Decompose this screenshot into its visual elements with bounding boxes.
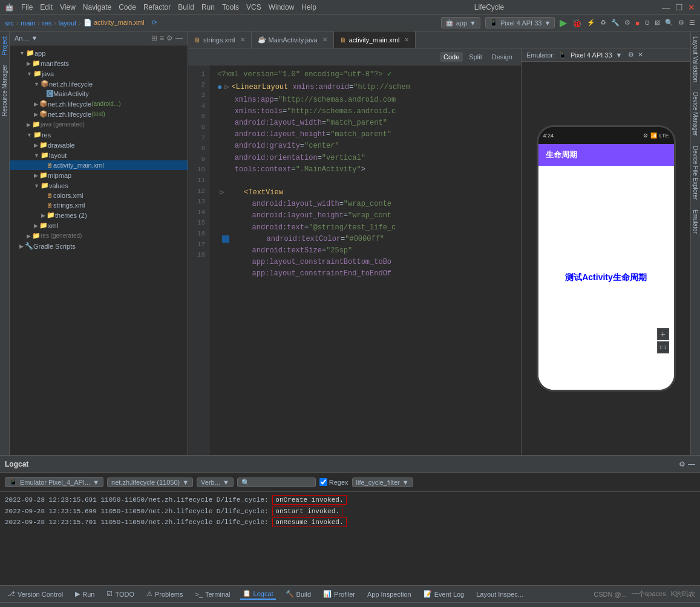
panel-icon-3[interactable]: ⚙ bbox=[166, 34, 173, 42]
search-btn[interactable]: 🔍 bbox=[665, 19, 673, 27]
menu-edit[interactable]: Edit bbox=[40, 3, 53, 11]
bottom-tab-layout-inspect[interactable]: Layout Inspec... bbox=[474, 589, 526, 599]
side-tab-resource-manager[interactable]: Resource Manager bbox=[0, 60, 9, 121]
code-editor[interactable]: 12345 678910 1112131415 161718 <?xml ver… bbox=[188, 65, 521, 455]
logcat-package-filter[interactable]: net.zh.lifecycle (11050) ▼ bbox=[107, 477, 193, 487]
logcat-title: Logcat bbox=[5, 460, 28, 468]
menu-view[interactable]: View bbox=[60, 3, 76, 11]
editor-emulator-row: Code Split Design 12345 678910 111213141… bbox=[188, 48, 690, 455]
menu-run[interactable]: Run bbox=[201, 3, 215, 11]
tree-item-themes[interactable]: ▶ 📁 themes (2) bbox=[10, 210, 188, 220]
view-design-btn[interactable]: Design bbox=[488, 52, 516, 62]
tab-strings-xml[interactable]: 🗎 strings.xml ✕ bbox=[188, 31, 252, 48]
tree-item-package-test[interactable]: ▶ 📦 net.zh.lifecycle (test) bbox=[10, 109, 188, 119]
device-dropdown[interactable]: 📱 Pixel 4 API 33 ▼ bbox=[485, 17, 555, 28]
bottom-tab-version-control[interactable]: ⎇ Version Control bbox=[5, 589, 65, 599]
emulator-settings-icon[interactable]: ⚙ bbox=[628, 51, 634, 59]
logcat-device-filter[interactable]: 📱 Emulator Pixel_4_API... ▼ bbox=[5, 477, 103, 487]
path-layout[interactable]: layout bbox=[59, 19, 76, 27]
menu-file[interactable]: File bbox=[21, 3, 33, 11]
toolbar-icon-5[interactable]: ⊙ bbox=[644, 19, 650, 27]
bottom-tab-run[interactable]: ▶ Run bbox=[73, 589, 97, 599]
tab-activity-main-xml[interactable]: 🗎 activity_main.xml ✕ bbox=[334, 31, 416, 48]
panel-icon-1[interactable]: ⊞ bbox=[151, 34, 157, 42]
maximize-btn[interactable]: ☐ bbox=[675, 2, 683, 12]
bottom-tab-todo[interactable]: ☑ TODO bbox=[104, 589, 137, 599]
project-panel-dropdown[interactable]: An… ▼ bbox=[15, 34, 38, 42]
app-dropdown[interactable]: 🤖 app ▼ bbox=[441, 17, 480, 28]
toolbar-icon-6[interactable]: ⊠ bbox=[655, 19, 660, 27]
tree-item-java[interactable]: ▼ 📁 java bbox=[10, 68, 188, 79]
side-tab-device-file-explorer[interactable]: Device File Explorer bbox=[691, 141, 700, 205]
bottom-tab-event-log[interactable]: 📝 Event Log bbox=[421, 589, 467, 599]
tree-item-mipmap[interactable]: ▶ 📁 mipmap bbox=[10, 170, 188, 180]
debug-btn[interactable]: 🐞 bbox=[572, 18, 582, 28]
menu-code[interactable]: Code bbox=[119, 3, 136, 11]
side-tab-project[interactable]: Project bbox=[0, 31, 9, 60]
logcat-search-input[interactable] bbox=[237, 477, 316, 487]
tree-item-package-main[interactable]: ▼ 📦 net.zh.lifecycle bbox=[10, 79, 188, 89]
bottom-tab-profiler[interactable]: 📊 Profiler bbox=[321, 589, 358, 599]
tree-item-values[interactable]: ▼ 📁 values bbox=[10, 180, 188, 191]
menu-help[interactable]: Help bbox=[301, 3, 316, 11]
emulator-device-dropdown[interactable]: ▼ bbox=[616, 51, 623, 59]
tree-item-gradle[interactable]: ▶ 🔧 Gradle Scripts bbox=[10, 241, 188, 251]
menu-build[interactable]: Build bbox=[178, 3, 194, 11]
settings-btn[interactable]: ⚙ bbox=[678, 19, 684, 27]
run-btn[interactable]: ▶ bbox=[560, 17, 567, 28]
view-split-btn[interactable]: Split bbox=[465, 52, 485, 62]
panel-icon-2[interactable]: ≡ bbox=[160, 34, 164, 42]
path-src[interactable]: src bbox=[5, 19, 14, 27]
tree-item-activity-main-xml[interactable]: ▶ 🗎 activity_main.xml bbox=[10, 160, 188, 170]
tree-item-package-android[interactable]: ▶ 📦 net.zh.lifecycle (android...) bbox=[10, 99, 188, 109]
toolbar-icon-1[interactable]: ⚡ bbox=[587, 19, 595, 27]
menu-tools[interactable]: Tools bbox=[222, 3, 239, 11]
tree-item-java-generated[interactable]: ▶ 📁 java (generated) bbox=[10, 119, 188, 130]
logcat-level-filter[interactable]: Verb... ▼ bbox=[197, 477, 234, 487]
menu-window[interactable]: Window bbox=[269, 3, 295, 11]
menu-vcs[interactable]: VCS bbox=[246, 3, 261, 11]
bottom-tab-terminal[interactable]: >_ Terminal bbox=[192, 589, 232, 599]
logcat-settings-icon[interactable]: ⚙ bbox=[679, 460, 685, 468]
menu-navigate[interactable]: Navigate bbox=[83, 3, 111, 11]
view-code-btn[interactable]: Code bbox=[440, 52, 463, 62]
log-line-3: 2022-09-28 12:23:15.701 11050-11050/net.… bbox=[5, 517, 695, 528]
toolbar-icon-4[interactable]: ⚙ bbox=[624, 19, 630, 27]
code-content[interactable]: <?xml version="1.0" encoding="utf-8"?> ✓… bbox=[210, 65, 521, 455]
layout-btn[interactable]: ☰ bbox=[689, 19, 695, 27]
toolbar-icon-2[interactable]: ♻ bbox=[600, 19, 606, 27]
panel-icon-4[interactable]: — bbox=[175, 34, 183, 42]
tree-item-mainactivity[interactable]: ▶ 🅲 MainActivity bbox=[10, 89, 188, 99]
bottom-tab-app-inspection[interactable]: App Inspection bbox=[365, 589, 414, 599]
regex-checkbox[interactable] bbox=[319, 478, 327, 486]
tree-item-app[interactable]: ▼ 📁 app bbox=[10, 48, 188, 58]
logcat-minimize-icon[interactable]: — bbox=[688, 460, 695, 468]
tree-item-xml[interactable]: ▶ 📁 xml bbox=[10, 220, 188, 231]
path-main[interactable]: main bbox=[21, 19, 35, 27]
tree-item-colors-xml[interactable]: ▶ 🗎 colors.xml bbox=[10, 191, 188, 200]
emulator-close-icon[interactable]: ✕ bbox=[638, 51, 643, 59]
side-tab-device-manager[interactable]: Device Manager bbox=[691, 87, 700, 141]
tab-mainactivity-java[interactable]: ☕ MainActivity.java ✕ bbox=[252, 31, 334, 48]
side-tab-emulator[interactable]: Emulator bbox=[691, 205, 700, 238]
sync-icon[interactable]: ⟳ bbox=[152, 19, 157, 27]
tree-item-res[interactable]: ▼ 📁 res bbox=[10, 130, 188, 140]
bottom-tab-logcat[interactable]: 📋 Logcat bbox=[240, 588, 276, 600]
tree-item-drawable[interactable]: ▶ 📁 drawable bbox=[10, 140, 188, 150]
close-btn[interactable]: ✕ bbox=[688, 2, 695, 12]
tree-item-strings-xml[interactable]: ▶ 🗎 strings.xml bbox=[10, 200, 188, 210]
tree-item-res-generated[interactable]: ▶ 📁 res (generated) bbox=[10, 231, 188, 241]
bottom-tab-problems[interactable]: ⚠ Problems bbox=[144, 589, 185, 599]
side-tab-layout-validation[interactable]: Layout Validation bbox=[691, 31, 700, 87]
bottom-tab-build[interactable]: 🔨 Build bbox=[283, 589, 313, 599]
minimize-btn[interactable]: — bbox=[662, 2, 670, 12]
zoom-in-btn[interactable]: + bbox=[657, 328, 669, 340]
toolbar-icon-3[interactable]: 🔧 bbox=[611, 19, 620, 27]
menu-refactor[interactable]: Refactor bbox=[143, 3, 171, 11]
stop-btn[interactable]: ■ bbox=[635, 19, 639, 27]
path-res[interactable]: res bbox=[42, 19, 51, 27]
logcat-tag-filter[interactable]: life_cycle_filter ▼ bbox=[352, 477, 413, 487]
tree-item-layout[interactable]: ▼ 📁 layout bbox=[10, 150, 188, 160]
regex-checkbox-label[interactable]: Regex bbox=[319, 478, 348, 486]
tree-item-manifests[interactable]: ▶ 📁 manifests bbox=[10, 58, 188, 68]
